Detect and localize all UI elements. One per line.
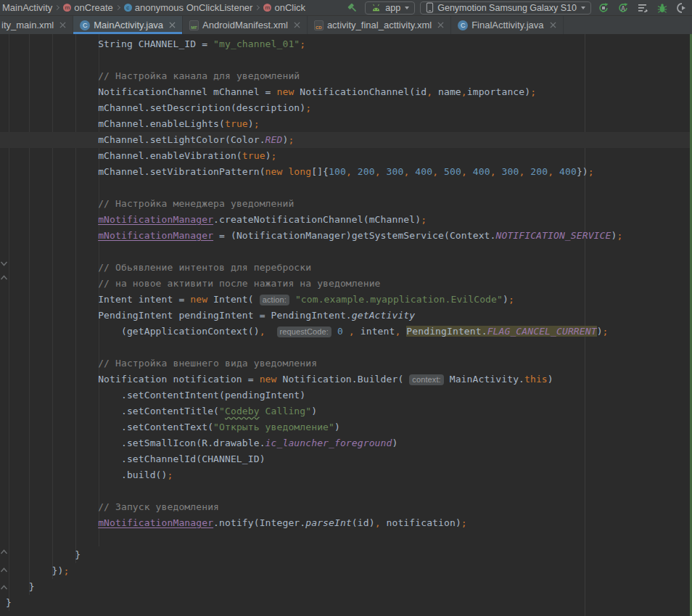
code-line[interactable]: Intent intent = new Intent( action: "com… [0,292,692,308]
code-line[interactable]: // Настройка канала для уведомлений [0,68,692,84]
parameter-hint: requestCode: [277,327,331,337]
close-icon[interactable] [59,22,66,28]
apply-changes-icon: A [617,2,629,14]
code-line[interactable]: // на новое активити после нажатия на ув… [0,276,692,292]
code-line[interactable]: (getApplicationContext(), requestCode: 0… [0,324,692,340]
code-line[interactable]: } [0,547,692,563]
manifest-file-icon: MF [189,20,199,30]
fold-marker-up-icon[interactable] [0,566,8,574]
code-token: ; [63,565,69,576]
code-token: notification) [381,517,461,528]
code-token: , [519,166,530,177]
code-line[interactable]: // Настройка внешнего вида уведомления [0,356,692,371]
tab-androidmanifest-xml[interactable]: MF AndroidManifest.xml [183,16,308,34]
code-token: PendingIntent. [406,326,487,337]
code-line[interactable] [0,180,692,196]
tab-activity-final-acttivity-xml[interactable]: CD activity_final_acttivity.xml [308,16,451,34]
breadcrumb-item-oncreate[interactable]: m onCreate [62,2,114,13]
code-line[interactable]: // Настройка менеджера уведомлений [0,196,692,212]
code-line[interactable] [0,340,692,356]
tab-mainactivity-java[interactable]: C MainActivity.java [73,16,183,34]
code-line[interactable]: .setSmallIcon(R.drawable.ic_launcher_for… [0,435,692,451]
code-token: } [6,581,35,592]
close-icon[interactable] [550,22,556,28]
code-line[interactable]: // Обьявление интентов для переброски [0,260,692,276]
code-token: 200 [358,166,375,177]
code-line[interactable] [0,52,692,68]
breadcrumb-label: onCreate [74,2,112,13]
code-line[interactable]: } [0,579,692,595]
debug-icon [656,2,668,14]
code-token: , [375,517,381,528]
code-line[interactable]: String CHANNEL_ID = "my_channel_01"; [0,36,692,52]
fold-marker-down-icon[interactable] [0,260,8,268]
code-token [343,326,349,337]
rerun-button[interactable] [596,1,611,15]
code-line[interactable]: mChannel.enableVibration(true); [0,148,692,164]
code-token [6,517,98,528]
code-line[interactable]: .setContentTitle("Codeby Calling") [0,403,692,419]
code-token: mChannel.setLightColor(Color. [6,134,265,145]
code-line[interactable]: mChannel.setDescription(description); [0,100,692,116]
code-token: // Запуск уведомления [98,501,219,512]
code-line[interactable]: NotificationChannel mChannel = new Notif… [0,84,692,100]
code-line[interactable] [0,244,692,260]
breadcrumb-item-onclick[interactable]: m onClick [262,2,307,13]
code-line[interactable]: } [0,595,692,611]
apply-code-changes-button[interactable] [635,1,650,15]
tab-activity-main-xml[interactable]: ity_main.xml [0,16,73,34]
code-token: NotificationChannel mChannel = [6,86,277,97]
code-line[interactable]: mNotificationManager = (NotificationMana… [0,228,692,244]
code-line[interactable]: PendingIntent pendingIntent = PendingInt… [0,308,692,324]
code-line[interactable]: .build(); [0,467,692,483]
code-line[interactable]: mChannel.enableLights(true); [0,116,692,132]
code-token [331,326,337,337]
code-token: 300 [502,166,519,177]
run-configuration-label: app [385,3,400,13]
fold-marker-up-icon[interactable] [0,548,8,556]
run-configuration-select[interactable]: app [365,1,415,15]
close-icon[interactable] [294,22,300,28]
code-token: Calling" [260,406,312,416]
code-line[interactable]: mNotificationManager.createNotificationC… [0,212,692,228]
anonymous-class-icon: c [124,4,132,12]
code-token [6,358,98,369]
close-icon[interactable] [169,22,176,28]
breadcrumb-item-mainactivity[interactable]: MainActivity [1,2,54,13]
code-token: ) [503,294,508,305]
code-area[interactable]: String CHANNEL_ID = "my_channel_01"; // … [0,36,692,611]
fold-marker-up-icon[interactable] [0,583,8,591]
code-token: .setSmallIcon(R.drawable. [6,438,265,448]
code-line[interactable]: mChannel.setLightColor(Color.RED); [0,132,692,148]
code-line[interactable]: mChannel.setVibrationPattern(new long[]{… [0,164,692,180]
close-icon[interactable] [437,22,444,28]
code-token: intent [355,326,395,337]
code-line[interactable]: mNotificationManager.notify(Integer.pars… [0,515,692,531]
fold-marker-up-icon[interactable] [0,274,8,282]
debug-button[interactable] [655,1,670,15]
code-line[interactable]: .setChannelId(CHANNEL_ID) [0,451,692,467]
run-toolbar: app Genymotion Samsung Galaxy S10 A [345,1,689,15]
code-line[interactable]: }); [0,563,692,579]
code-token: ; [288,134,294,145]
code-token: 300 [387,166,404,177]
breadcrumb-item-anonymous-onclicklistener[interactable]: c anonymous OnClickListener [123,2,255,13]
code-token: 200 [530,166,548,177]
code-line[interactable]: Notification notification = new Notifica… [0,371,692,387]
tab-label: ity_main.xml [1,20,54,30]
profiler-button[interactable] [675,1,689,15]
code-line[interactable]: .setContentText("Открыть уведомление") [0,419,692,435]
code-token: FLAG_CANCEL_CURRENT [487,326,597,337]
code-line[interactable] [0,483,692,499]
code-token: } [6,597,12,608]
code-line[interactable]: .setContentIntent(pendingIntent) [0,387,692,403]
code-line[interactable] [0,531,692,547]
apply-changes-button[interactable]: A [616,1,630,15]
device-select[interactable]: Genymotion Samsung Galaxy S10 [420,1,591,15]
editor-tab-bar: ity_main.xml C MainActivity.java MF Andr… [0,16,692,34]
code-token: 500 [444,166,461,177]
apply-code-changes-icon [637,2,648,14]
build-button[interactable] [345,1,360,15]
code-line[interactable]: // Запуск уведомления [0,499,692,515]
tab-finalacttivity-java[interactable]: C FinalActtivity.java [451,16,563,34]
